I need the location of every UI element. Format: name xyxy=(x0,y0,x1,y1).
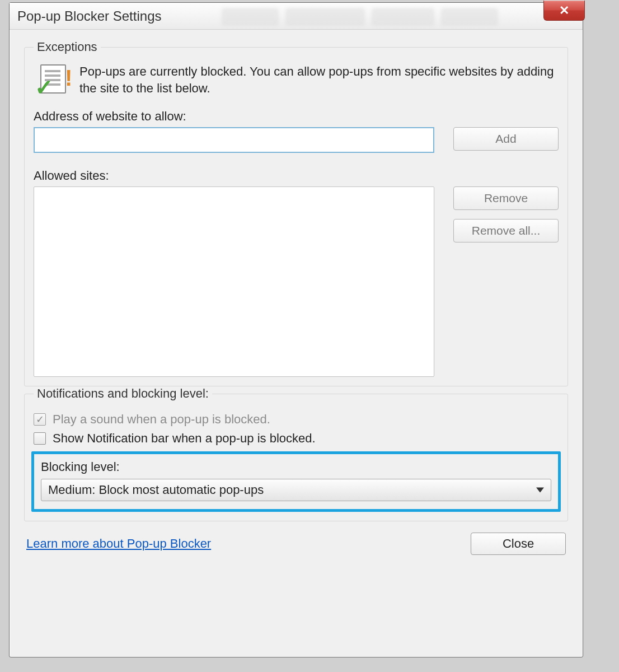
remove-button[interactable]: Remove xyxy=(453,186,559,210)
allowed-side-buttons: Remove Remove all... xyxy=(453,186,559,242)
document-check-icon: ! ✓ xyxy=(37,64,69,97)
play-sound-checkbox: ✓ xyxy=(34,413,46,426)
learn-more-link[interactable]: Learn more about Pop-up Blocker xyxy=(26,536,211,551)
info-text: Pop-ups are currently blocked. You can a… xyxy=(79,62,555,96)
remove-all-button[interactable]: Remove all... xyxy=(453,219,559,242)
blocking-level-highlight: Blocking level: Medium: Block most autom… xyxy=(31,451,561,512)
allowed-sites-label: Allowed sites: xyxy=(34,169,559,183)
dialog-title: Pop-up Blocker Settings xyxy=(17,8,161,24)
address-label: Address of website to allow: xyxy=(34,109,559,124)
exceptions-group: Exceptions ! ✓ Pop-ups are currently blo… xyxy=(24,40,568,386)
popup-blocker-dialog: Pop-up Blocker Settings ✕ Exceptions ! ✓… xyxy=(9,2,583,657)
allowed-sites-listbox[interactable] xyxy=(34,186,434,377)
blocking-level-value: Medium: Block most automatic pop-ups xyxy=(48,483,264,497)
blocking-level-select[interactable]: Medium: Block most automatic pop-ups xyxy=(41,479,551,501)
info-row: ! ✓ Pop-ups are currently blocked. You c… xyxy=(34,62,559,97)
show-bar-checkbox[interactable] xyxy=(34,432,46,445)
notifications-legend: Notifications and blocking level: xyxy=(34,386,212,401)
allowed-row: Remove Remove all... xyxy=(34,186,559,377)
notifications-group: Notifications and blocking level: ✓ Play… xyxy=(24,386,568,521)
blocking-level-label: Blocking level: xyxy=(41,460,551,474)
exceptions-legend: Exceptions xyxy=(34,40,101,54)
play-sound-row: ✓ Play a sound when a pop-up is blocked. xyxy=(34,412,559,427)
check-icon: ✓ xyxy=(36,414,44,424)
address-row: Add xyxy=(34,127,559,153)
dialog-footer: Learn more about Pop-up Blocker Close xyxy=(24,533,568,555)
show-bar-label: Show Notification bar when a pop-up is b… xyxy=(53,431,316,446)
background-tabs-blur xyxy=(222,8,498,25)
close-icon: ✕ xyxy=(559,3,569,18)
close-button[interactable]: Close xyxy=(471,533,566,555)
dialog-body: Exceptions ! ✓ Pop-ups are currently blo… xyxy=(10,30,583,657)
address-input[interactable] xyxy=(34,127,434,153)
show-bar-row: Show Notification bar when a pop-up is b… xyxy=(34,431,559,446)
titlebar: Pop-up Blocker Settings ✕ xyxy=(10,3,583,30)
add-button[interactable]: Add xyxy=(453,127,559,151)
chevron-down-icon xyxy=(536,488,544,493)
play-sound-label: Play a sound when a pop-up is blocked. xyxy=(53,412,270,427)
window-close-button[interactable]: ✕ xyxy=(543,1,585,21)
